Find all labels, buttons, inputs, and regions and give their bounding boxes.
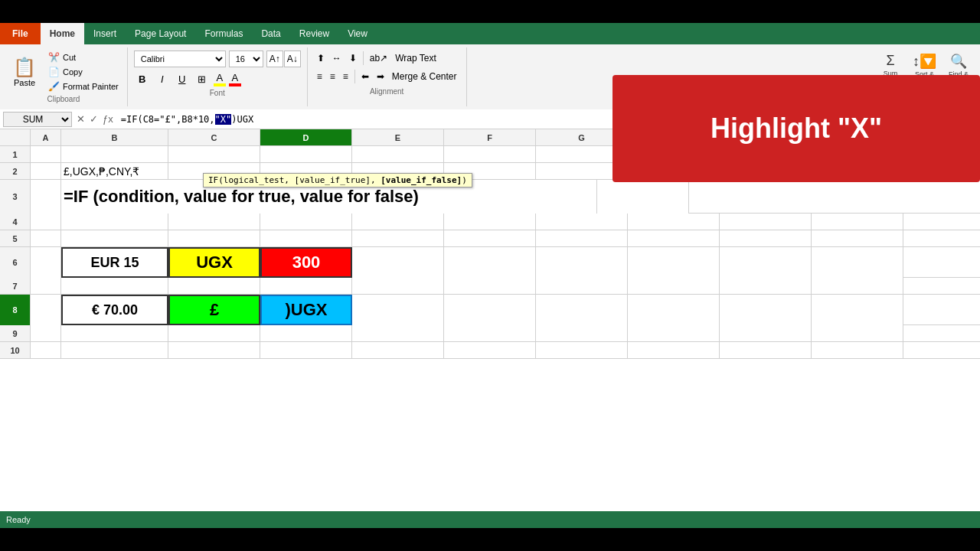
cell-a1[interactable] [31,146,61,162]
cell-c7[interactable] [168,278,260,294]
border-button[interactable]: ⊞ [194,70,211,87]
insert-function-btn[interactable]: ƒx [101,113,115,125]
font-size-select[interactable]: 16 [229,51,263,67]
cancel-formula-btn[interactable]: ✕ [75,113,87,125]
cell-b8[interactable]: € 70.00 [61,295,168,325]
cell-e7[interactable] [352,278,444,294]
name-box[interactable]: SUM [3,112,72,127]
tab-review[interactable]: Review [290,23,338,44]
decrease-indent-btn[interactable]: ⬅ [358,69,372,84]
cell-g4[interactable] [536,214,628,230]
cell-j10[interactable] [812,342,903,358]
cell-b10[interactable] [61,342,168,358]
cell-b4[interactable] [61,214,168,230]
cell-a4[interactable] [31,214,61,230]
cell-c6[interactable]: UGX [168,247,260,278]
cell-h5[interactable] [628,230,720,246]
italic-button[interactable]: I [154,70,171,87]
cell-a10[interactable] [31,342,61,358]
cell-f8[interactable] [444,295,536,325]
cell-c9[interactable] [168,325,260,341]
tab-insert[interactable]: Insert [84,23,126,44]
cell-g10[interactable] [536,342,628,358]
tab-view[interactable]: View [338,23,377,44]
copy-button[interactable]: 📄 Copy [46,65,121,79]
cell-j4[interactable] [812,214,903,230]
align-bottom-btn[interactable]: ⬇ [346,51,360,66]
cell-a6[interactable] [31,247,61,278]
cell-a5[interactable] [31,230,61,246]
align-right-btn[interactable]: ≡ [340,69,351,84]
cell-a2[interactable] [31,163,61,179]
cell-i6[interactable] [720,247,812,278]
tab-file[interactable]: File [0,23,41,44]
align-middle-btn[interactable]: ↔ [329,51,345,66]
cell-g7[interactable] [536,278,628,294]
cell-d8[interactable]: )UGX [260,295,352,325]
cell-i10[interactable] [720,342,812,358]
cell-f10[interactable] [444,342,536,358]
cell-i8[interactable] [720,295,812,325]
cell-b6[interactable]: EUR 15 [61,247,168,278]
confirm-formula-btn[interactable]: ✓ [88,113,100,125]
cell-b2[interactable]: £,UGX,₱,CNY,₹ [61,163,168,179]
cell-h10[interactable] [628,342,720,358]
cell-b7[interactable] [61,278,168,294]
bold-button[interactable]: B [134,70,151,87]
underline-button[interactable]: U [174,70,191,87]
cell-i7[interactable] [720,278,812,294]
cell-d7[interactable] [260,278,352,294]
cut-button[interactable]: ✂️ Cut [46,51,121,64]
cell-f4[interactable] [444,214,536,230]
cell-e5[interactable] [352,230,444,246]
cell-f6[interactable] [444,247,536,278]
cell-e8[interactable] [352,295,444,325]
cell-a7[interactable] [31,278,61,294]
cell-e10[interactable] [352,342,444,358]
cell-e3[interactable] [597,180,689,214]
cell-g9[interactable] [536,325,628,341]
cell-j8[interactable] [812,295,903,325]
cell-h6[interactable] [628,247,720,278]
align-center-btn[interactable]: ≡ [327,69,338,84]
text-angle-btn[interactable]: ab↗ [367,51,390,66]
paste-button[interactable]: 📋 Paste [6,51,43,93]
fill-color-picker[interactable]: A [214,72,226,86]
cell-j9[interactable] [812,325,903,341]
cell-h7[interactable] [628,278,720,294]
cell-b5[interactable] [61,230,168,246]
wrap-text-btn[interactable]: Wrap Text [392,51,439,66]
cell-d9[interactable] [260,325,352,341]
cell-a3[interactable] [31,180,61,214]
cell-g6[interactable] [536,247,628,278]
font-color-picker[interactable]: A [229,72,241,86]
cell-h4[interactable] [628,214,720,230]
cell-f7[interactable] [444,278,536,294]
cell-i4[interactable] [720,214,812,230]
cell-c4[interactable] [168,214,260,230]
increase-indent-btn[interactable]: ➡ [374,69,387,84]
cell-j6[interactable] [812,247,903,278]
cell-f5[interactable] [444,230,536,246]
cell-i9[interactable] [720,325,812,341]
cell-f9[interactable] [444,325,536,341]
cell-c10[interactable] [168,342,260,358]
font-decrease-btn[interactable]: A↓ [284,51,301,67]
cell-e9[interactable] [352,325,444,341]
cell-a8[interactable] [31,295,61,325]
cell-g5[interactable] [536,230,628,246]
cell-h9[interactable] [628,325,720,341]
tab-formulas[interactable]: Formulas [195,23,252,44]
cell-i5[interactable] [720,230,812,246]
tab-data[interactable]: Data [252,23,289,44]
cell-d4[interactable] [260,214,352,230]
cell-d10[interactable] [260,342,352,358]
cell-d5[interactable] [260,230,352,246]
cell-a9[interactable] [31,325,61,341]
cell-d6[interactable]: 300 [260,247,352,278]
cell-b9[interactable] [61,325,168,341]
cell-e6[interactable] [352,247,444,278]
cell-c5[interactable] [168,230,260,246]
cell-e1[interactable] [352,146,444,162]
cell-b1[interactable] [61,146,168,162]
